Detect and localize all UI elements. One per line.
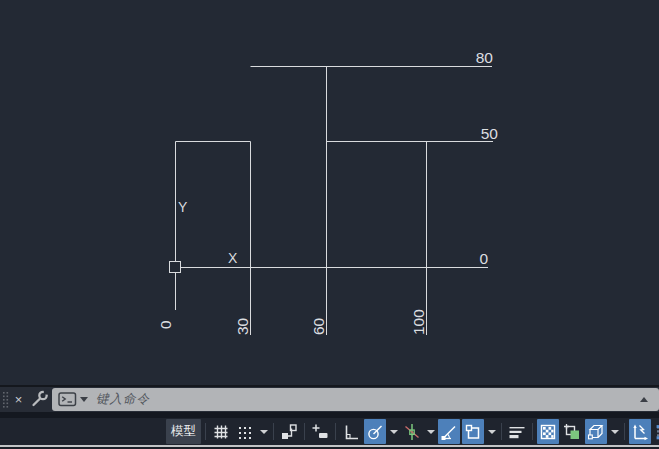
chevron-down-icon <box>427 430 435 434</box>
polar-flyout-button[interactable] <box>387 419 400 444</box>
status-bar: 模型 <box>0 418 659 445</box>
ucs-origin-icon <box>170 262 181 273</box>
expand-up-icon[interactable] <box>640 397 648 402</box>
isodraft-flyout-button[interactable] <box>424 419 437 444</box>
dim-label-80[interactable]: 80 <box>476 49 494 66</box>
separator <box>304 423 305 440</box>
dynamic-input-icon <box>310 422 330 442</box>
snap-flyout-button[interactable] <box>257 419 270 444</box>
autocad-window: 80 50 0 0 30 60 100 Y X × <box>0 0 659 449</box>
chevron-down-icon <box>488 430 496 434</box>
grid-display-button[interactable] <box>210 419 232 444</box>
selection-filtering-button[interactable] <box>653 419 659 444</box>
dim-label-50[interactable]: 50 <box>481 125 499 142</box>
ortho-icon <box>341 422 361 442</box>
snap-dots-icon <box>235 422 255 442</box>
dynamic-ucs-icon <box>630 422 650 442</box>
separator <box>501 423 502 440</box>
isometric-drafting-button[interactable] <box>401 419 423 444</box>
dynamic-input-button[interactable] <box>309 419 331 444</box>
transparency-button[interactable] <box>537 419 559 444</box>
selection-cycling-button[interactable] <box>561 419 583 444</box>
object-snap-button[interactable] <box>462 419 484 444</box>
polar-tracking-icon <box>365 422 385 442</box>
ucs-y-label: Y <box>178 199 188 215</box>
close-icon[interactable]: × <box>10 392 27 407</box>
lineweight-button[interactable] <box>506 419 528 444</box>
object-snap-3d-button[interactable] <box>585 419 607 444</box>
dim-label-30[interactable]: 30 <box>234 317 251 335</box>
isometric-drafting-icon <box>402 422 422 442</box>
separator <box>335 423 336 440</box>
dim-label-60[interactable]: 60 <box>310 317 327 335</box>
snap-mode-button[interactable] <box>234 419 256 444</box>
object-snap-3d-icon <box>586 422 606 442</box>
dynamic-ucs-button[interactable] <box>629 419 651 444</box>
object-snap-icon <box>463 422 483 442</box>
dim-label-0-right[interactable]: 0 <box>479 250 488 267</box>
command-prompt-icon[interactable] <box>58 392 77 407</box>
command-input[interactable]: 键入命令 <box>52 388 659 411</box>
command-placeholder: 键入命令 <box>96 391 150 408</box>
osnap3d-flyout-button[interactable] <box>608 419 621 444</box>
object-snap-tracking-button[interactable] <box>438 419 460 444</box>
selection-filtering-icon <box>654 422 659 442</box>
wrench-icon[interactable] <box>30 388 50 412</box>
ucs-x-label: X <box>228 250 238 266</box>
separator <box>205 423 206 440</box>
separator <box>624 423 625 440</box>
lineweight-icon <box>507 422 527 442</box>
object-snap-tracking-icon <box>439 422 459 442</box>
dim-label-100[interactable]: 100 <box>410 309 427 335</box>
grip-dots-icon[interactable] <box>1 390 10 410</box>
grid-icon <box>211 422 231 442</box>
separator <box>273 423 274 440</box>
command-bar: × 键入命令 <box>0 385 659 412</box>
polar-tracking-button[interactable] <box>364 419 386 444</box>
separator <box>532 423 533 440</box>
infer-constraints-button[interactable] <box>278 419 300 444</box>
osnap-flyout-button[interactable] <box>485 419 498 444</box>
infer-constraints-icon <box>279 422 299 442</box>
chevron-down-icon <box>611 430 619 434</box>
selection-cycling-icon <box>562 422 582 442</box>
chevron-down-icon[interactable] <box>80 397 88 402</box>
chevron-down-icon <box>390 430 398 434</box>
drawing-canvas[interactable]: 80 50 0 0 30 60 100 Y X <box>0 0 659 385</box>
dim-label-0-bottom[interactable]: 0 <box>157 320 174 329</box>
ortho-mode-button[interactable] <box>340 419 362 444</box>
transparency-icon <box>538 422 558 442</box>
model-space-button[interactable]: 模型 <box>166 419 201 444</box>
chevron-down-icon <box>260 430 268 434</box>
